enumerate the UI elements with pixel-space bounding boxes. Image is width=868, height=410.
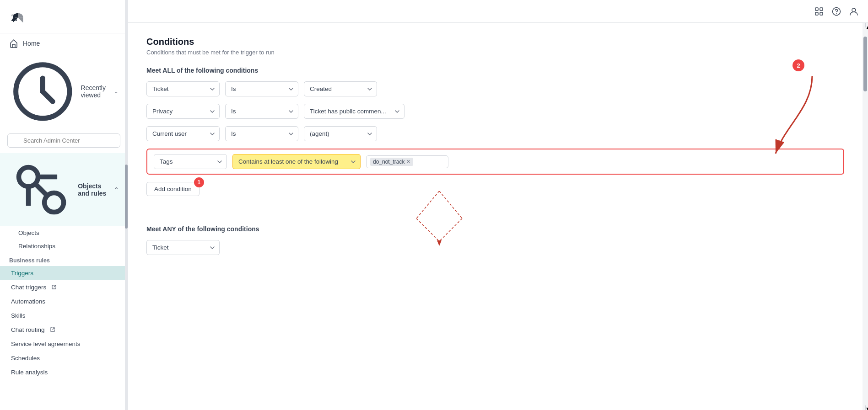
- tag-chip-do-not-track: do_not_track ✕: [370, 158, 413, 166]
- tag-chip-label: do_not_track: [373, 159, 404, 165]
- condition-row-2: Privacy Is Ticket has public commen...: [146, 104, 844, 119]
- search-wrapper: ⚲: [0, 130, 128, 153]
- chevron-down-icon: ⌄: [114, 88, 119, 95]
- svg-point-9: [836, 13, 837, 14]
- sidebar-item-recently-viewed[interactable]: Recently viewed ⌄: [0, 53, 128, 130]
- svg-rect-5: [820, 8, 823, 11]
- scroll-arrow-up[interactable]: ▲: [865, 23, 866, 27]
- recently-viewed-label: Recently viewed: [81, 84, 109, 99]
- add-condition-button[interactable]: Add condition 1: [146, 182, 199, 196]
- svg-point-10: [852, 8, 856, 12]
- page-subtitle: Conditions that must be met for the trig…: [146, 49, 844, 56]
- sidebar-item-home[interactable]: Home: [0, 33, 128, 53]
- content-scrollbar-track: ▲ ▼: [863, 23, 868, 410]
- top-bar: [128, 0, 868, 23]
- condition-any-1-field[interactable]: Ticket: [146, 240, 220, 255]
- sidebar-item-objects-rules[interactable]: Objects and rules ⌃: [0, 153, 128, 226]
- tag-input[interactable]: do_not_track ✕: [366, 155, 448, 168]
- home-icon: [9, 39, 18, 48]
- content-area: Conditions Conditions that must be met f…: [128, 23, 863, 410]
- content-with-scroll: Conditions Conditions that must be met f…: [128, 23, 868, 410]
- content-scrollbar-thumb[interactable]: [863, 37, 867, 91]
- condition-row-1: Ticket Is Created: [146, 81, 844, 96]
- condition-1-field[interactable]: Ticket: [146, 81, 220, 96]
- condition-3-field[interactable]: Current user: [146, 126, 220, 141]
- logo-area: Z: [0, 0, 128, 33]
- sidebar-item-relationships[interactable]: Relationships: [0, 240, 128, 253]
- svg-rect-4: [815, 8, 818, 11]
- sidebar-item-schedules[interactable]: Schedules: [0, 351, 128, 365]
- zendesk-logo: Z: [9, 8, 27, 27]
- sidebar-item-objects[interactable]: Objects: [0, 226, 128, 240]
- highlighted-condition-wrapper: Tags Contains at least one of the follow…: [146, 149, 844, 175]
- svg-text:Z: Z: [11, 12, 17, 23]
- search-input-wrapper: ⚲: [7, 133, 120, 148]
- grid-icon: [815, 7, 823, 16]
- condition-4-operator[interactable]: Contains at least one of the following: [232, 154, 361, 169]
- condition-row-any-1: Ticket: [146, 240, 844, 255]
- chevron-up-icon: ⌃: [114, 186, 119, 193]
- svg-point-8: [833, 7, 841, 15]
- sidebar-navigation: Home Recently viewed ⌄ ⚲: [0, 33, 128, 410]
- svg-line-12: [439, 191, 462, 218]
- badge-1: 1: [194, 177, 204, 187]
- user-button[interactable]: [849, 6, 859, 16]
- sidebar-item-chat-triggers[interactable]: Chat triggers: [0, 280, 128, 294]
- sidebar-scrollbar-track: [125, 0, 128, 410]
- condition-3-value[interactable]: (agent): [304, 126, 377, 141]
- help-button[interactable]: [831, 6, 841, 16]
- sidebar-item-sla[interactable]: Service level agreements: [0, 337, 128, 351]
- sidebar-item-automations[interactable]: Automations: [0, 294, 128, 309]
- condition-1-value[interactable]: Created: [304, 81, 377, 96]
- svg-rect-6: [815, 12, 818, 15]
- sidebar-item-chat-routing[interactable]: Chat routing: [0, 323, 128, 337]
- svg-line-11: [416, 191, 439, 218]
- meet-all-heading: Meet ALL of the following conditions: [146, 67, 844, 74]
- business-rules-label: Business rules: [0, 253, 128, 266]
- condition-2-operator[interactable]: Is: [225, 104, 298, 119]
- objects-rules-icon: [9, 158, 73, 222]
- grid-button[interactable]: [814, 6, 824, 16]
- sidebar-scrollbar-thumb[interactable]: [125, 165, 128, 229]
- condition-2-value[interactable]: Ticket has public commen...: [304, 104, 404, 119]
- add-condition-wrapper: Add condition 1: [146, 182, 199, 196]
- help-icon: [832, 7, 841, 16]
- tag-chip-remove[interactable]: ✕: [406, 159, 410, 165]
- condition-3-operator[interactable]: Is: [225, 126, 298, 141]
- page-title: Conditions: [146, 37, 844, 47]
- external-link-icon: [51, 284, 57, 290]
- condition-1-operator[interactable]: Is: [225, 81, 298, 96]
- sidebar-item-triggers[interactable]: Triggers: [0, 266, 128, 280]
- home-label: Home: [23, 40, 40, 47]
- condition-2-field[interactable]: Privacy: [146, 104, 220, 119]
- highlighted-condition-row: Tags Contains at least one of the follow…: [146, 149, 844, 175]
- objects-rules-label: Objects and rules: [78, 182, 109, 197]
- meet-any-heading: Meet ANY of the following conditions: [146, 225, 844, 233]
- external-link-icon-2: [50, 327, 55, 332]
- clock-icon: [9, 58, 76, 125]
- main-area: Conditions Conditions that must be met f…: [128, 0, 868, 410]
- add-condition-label: Add condition: [154, 186, 192, 192]
- user-icon: [849, 7, 858, 16]
- condition-4-field[interactable]: Tags: [154, 154, 227, 169]
- svg-rect-7: [820, 12, 823, 15]
- sidebar: Z Home Recently viewed ⌄ ⚲: [0, 0, 128, 410]
- sidebar-item-rule-analysis[interactable]: Rule analysis: [0, 365, 128, 379]
- search-input[interactable]: [7, 133, 120, 148]
- scroll-arrow-down[interactable]: ▼: [865, 405, 866, 410]
- sidebar-item-skills[interactable]: Skills: [0, 309, 128, 323]
- condition-row-3: Current user Is (agent): [146, 126, 844, 141]
